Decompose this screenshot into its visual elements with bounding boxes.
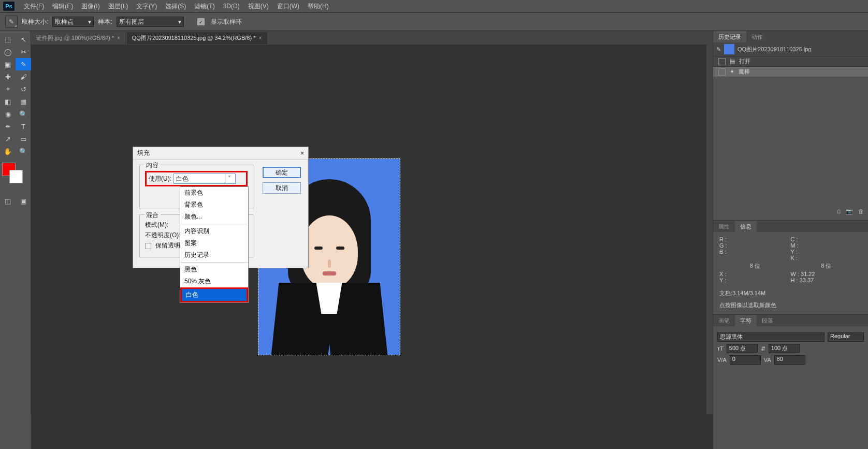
font-family-select[interactable]: 思源黑体 [717,332,824,342]
kerning-input[interactable]: 0 [730,355,761,365]
dd-foreground[interactable]: 前景色 [180,187,248,199]
lasso-tool[interactable]: ✂ [16,46,31,58]
sample-size-label: 取样大小: [22,18,48,26]
preserve-trans-checkbox[interactable] [145,243,151,249]
show-ring-checkbox[interactable]: ✓ [197,18,205,25]
mode-label: 模式(M): [145,221,168,229]
path-tool[interactable]: ↗ [0,133,16,145]
tab-info[interactable]: 信息 [735,221,757,232]
close-icon[interactable]: × [117,35,120,41]
font-size-input[interactable]: 500 点 [727,344,758,353]
camera-icon[interactable]: 📷 [846,208,853,215]
cancel-button[interactable]: 取消 [263,182,301,194]
menu-type[interactable]: 文字(Y) [132,2,161,11]
background-color[interactable] [9,170,23,183]
tab-character[interactable]: 字符 [735,315,757,326]
history-item-wand[interactable]: ✦ 魔棒 [713,66,868,77]
toolbar: ⬚↖ ◯✂ ▣✎ ✚🖌 ⌖↺ ◧▦ ◉🔍 ✒T ↗▭ ✋🔍 ◫ ▣ [0,31,31,414]
menu-help[interactable]: 帮助(H) [303,2,333,11]
stamp-tool[interactable]: ⌖ [0,83,16,95]
ok-button[interactable]: 确定 [263,167,301,178]
document-tab-2[interactable]: QQ图片20230918110325.jpg @ 34.2%(RGB/8) *× [127,32,267,44]
dd-gray[interactable]: 50% 灰色 [180,276,248,287]
close-icon[interactable]: × [258,35,262,41]
ps-logo: Ps [3,2,15,11]
dd-background[interactable]: 背景色 [180,199,248,211]
wand-icon: ✦ [730,68,734,75]
history-item-open[interactable]: ▤ 打开 [713,56,868,66]
crop-tool[interactable]: ▣ [0,58,16,70]
dodge-tool[interactable]: 🔍 [16,108,31,120]
zoom-tool[interactable]: 🔍 [16,145,31,157]
use-combo[interactable]: 白色˅ [173,173,236,184]
menu-edit[interactable]: 编辑(E) [48,2,77,11]
info-panel: R :G :B : C :M :Y :K : 8 位8 位 X :Y : W :… [713,232,868,287]
dd-white[interactable]: 白色 [180,287,248,302]
menu-filter[interactable]: 滤镜(T) [190,2,219,11]
use-label: 使用(U): [149,175,171,183]
sample-layers-select[interactable]: 所有图层▾ [117,17,184,27]
leading-input[interactable]: 100 点 [769,344,800,353]
screenmode-tool[interactable]: ▣ [16,195,31,207]
hand-tool[interactable]: ✋ [0,145,16,157]
tab-paragraph[interactable]: 段落 [757,315,778,326]
brush-icon: ✎ [716,46,721,53]
content-legend: 内容 [144,161,161,170]
move-tool[interactable]: ⬚ [0,33,16,46]
eyedropper-icon[interactable]: ✎ [5,16,18,28]
eraser-tool[interactable]: ◧ [0,95,16,108]
brush-tool[interactable]: 🖌 [16,70,31,83]
dialog-titlebar[interactable]: 填充 × [133,147,308,160]
menu-3d[interactable]: 3D(D) [219,3,244,10]
blur-tool[interactable]: ◉ [0,108,16,120]
show-ring-label: 显示取样环 [211,18,242,26]
menu-file[interactable]: 文件(F) [20,2,48,11]
menu-layer[interactable]: 图层(L) [104,2,133,11]
shape-tool[interactable]: ▭ [16,133,31,145]
type-tool[interactable]: T [16,120,31,133]
history-doc-row[interactable]: ✎ QQ图片20230918110325.jpg [713,42,868,56]
menu-bar: Ps 文件(F) 编辑(E) 图像(I) 图层(L) 文字(Y) 选择(S) 滤… [0,0,868,12]
document-tab-1[interactable]: 证件照.jpg @ 100%(RGB/8#) *× [31,32,126,44]
dd-pattern[interactable]: 图案 [180,237,248,249]
artboard-tool[interactable]: ↖ [16,33,31,46]
quickmask-tool[interactable]: ◫ [0,195,16,207]
font-style-select[interactable]: Regular [828,332,864,342]
eyedropper-tool[interactable]: ✎ [16,58,31,70]
trash-icon[interactable]: 🗑 [858,208,864,215]
tracking-icon: VA [764,357,771,363]
state-icon [718,58,726,65]
chevron-down-icon[interactable]: ˅ [225,174,233,183]
right-panels: 历史记录 动作 ✎ QQ图片20230918110325.jpg ▤ 打开 ✦ … [713,31,868,449]
dd-black[interactable]: 黑色 [180,264,248,276]
opacity-label: 不透明度(O): [145,231,181,240]
options-bar: ✎ 取样大小: 取样点▾ 样本: 所有图层▾ ✓ 显示取样环 [0,12,868,31]
font-size-icon: тT [717,345,724,352]
dd-color[interactable]: 颜色... [180,211,248,223]
menu-view[interactable]: 视图(V) [244,2,273,11]
history-brush[interactable]: ↺ [16,83,31,95]
pen-tool[interactable]: ✒ [0,120,16,133]
tab-actions[interactable]: 动作 [746,31,768,42]
close-icon[interactable]: × [300,150,304,157]
dd-content-aware[interactable]: 内容识别 [180,225,248,237]
color-swatches[interactable] [2,163,28,183]
healing-tool[interactable]: ✚ [0,70,16,83]
menu-select[interactable]: 选择(S) [161,2,190,11]
snapshot-icon[interactable]: ⎙ [837,208,841,215]
menu-image[interactable]: 图像(I) [77,2,104,11]
panel-collapse-strip[interactable] [706,31,713,414]
info-hint: 点按图像以选取新颜色 [713,299,868,311]
marquee-tool[interactable]: ◯ [0,46,16,58]
info-doc-size: 文档:3.14M/3.14M [713,287,868,299]
blend-legend: 混合 [144,211,161,220]
tab-properties[interactable]: 属性 [713,221,735,232]
menu-window[interactable]: 窗口(W) [273,2,303,11]
tab-brushes[interactable]: 画笔 [713,315,735,326]
gradient-tool[interactable]: ▦ [16,95,31,108]
tab-history[interactable]: 历史记录 [713,31,746,42]
dd-history[interactable]: 历史记录 [180,249,248,261]
kerning-icon: V/A [717,357,727,363]
sample-size-select[interactable]: 取样点▾ [52,17,94,27]
tracking-input[interactable]: 80 [774,355,805,365]
